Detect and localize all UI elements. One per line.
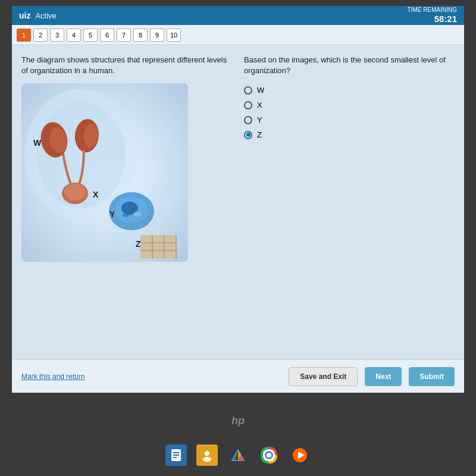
option-x-label: X xyxy=(257,101,262,109)
screen: uiz Active TIME REMAINING 58:21 12345678… xyxy=(12,6,464,393)
svg-rect-13 xyxy=(140,235,176,259)
svg-text:Y: Y xyxy=(109,209,115,219)
svg-point-36 xyxy=(267,453,271,458)
option-y[interactable]: Y xyxy=(244,115,455,124)
radio-y[interactable] xyxy=(244,116,252,124)
timer: TIME REMAINING 58:21 xyxy=(408,7,457,24)
svg-text:X: X xyxy=(93,190,99,199)
left-question-text: The diagram shows structures that repres… xyxy=(21,55,232,76)
save-exit-button[interactable]: Save and Exit xyxy=(289,367,358,386)
bottom-bar: Mark this and return Save and Exit Next … xyxy=(12,359,464,393)
radio-z[interactable] xyxy=(244,131,252,139)
question-tab-3[interactable]: 3 xyxy=(50,29,64,42)
radio-w[interactable] xyxy=(244,86,252,95)
left-panel: The diagram shows structures that repres… xyxy=(21,55,232,350)
app-status: Active xyxy=(35,11,56,20)
taskbar xyxy=(0,434,476,476)
svg-point-29 xyxy=(203,457,211,462)
question-tab-10[interactable]: 10 xyxy=(167,29,181,42)
option-w-label: W xyxy=(257,86,264,95)
taskbar-play-icon[interactable] xyxy=(289,444,311,466)
next-button[interactable]: Next xyxy=(365,367,402,386)
question-tab-6[interactable]: 6 xyxy=(100,29,114,42)
taskbar-people-icon[interactable] xyxy=(196,444,218,466)
question-tabs: 12345678910 xyxy=(12,25,464,45)
option-z-label: Z xyxy=(257,130,262,139)
taskbar-doc-icon[interactable] xyxy=(165,444,187,466)
hp-logo: hp xyxy=(231,415,245,427)
option-x[interactable]: X xyxy=(244,101,455,109)
timer-label: TIME REMAINING xyxy=(408,7,457,14)
submit-button[interactable]: Submit xyxy=(409,367,455,386)
svg-point-11 xyxy=(133,212,142,217)
question-tab-2[interactable]: 2 xyxy=(33,29,48,42)
svg-text:Z: Z xyxy=(136,239,141,249)
svg-point-28 xyxy=(205,451,209,456)
option-z[interactable]: Z xyxy=(244,130,455,139)
question-tab-7[interactable]: 7 xyxy=(117,29,131,42)
right-panel: Based on the images, which is the second… xyxy=(244,55,455,350)
radio-x[interactable] xyxy=(244,101,252,109)
question-tab-9[interactable]: 9 xyxy=(150,29,164,42)
svg-point-7 xyxy=(64,184,86,201)
svg-text:W: W xyxy=(33,138,42,148)
option-y-label: Y xyxy=(257,115,262,124)
right-question-text: Based on the images, which is the second… xyxy=(244,55,455,76)
timer-value: 58:21 xyxy=(408,14,457,24)
taskbar-drive-icon[interactable] xyxy=(227,444,249,466)
question-tab-1[interactable]: 1 xyxy=(17,29,31,42)
option-w[interactable]: W xyxy=(244,86,455,95)
svg-point-12 xyxy=(123,214,129,217)
question-tab-4[interactable]: 4 xyxy=(67,29,81,42)
question-tab-8[interactable]: 8 xyxy=(133,29,148,42)
diagram-svg: W X Y Z xyxy=(21,83,188,262)
main-content: The diagram shows structures that repres… xyxy=(12,45,464,359)
app-title: uiz xyxy=(19,11,30,20)
monitor: uiz Active TIME REMAINING 58:21 12345678… xyxy=(0,0,476,476)
radio-options: W X Y Z xyxy=(244,86,455,139)
question-tab-5[interactable]: 5 xyxy=(83,29,98,42)
diagram-area: W X Y Z xyxy=(21,83,188,262)
taskbar-chrome-icon[interactable] xyxy=(258,444,280,466)
mark-return-link[interactable]: Mark this and return xyxy=(21,372,85,381)
top-bar: uiz Active TIME REMAINING 58:21 xyxy=(12,6,464,25)
